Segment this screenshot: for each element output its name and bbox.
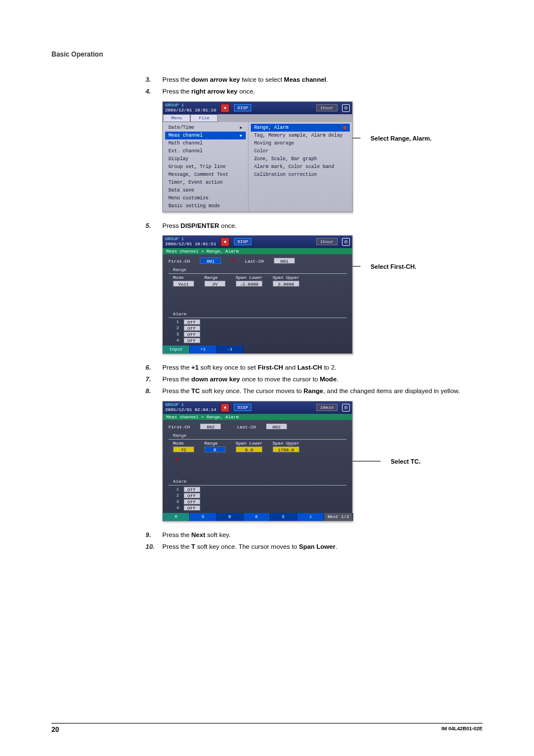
menu-item[interactable]: Message, Comment Text — [165, 171, 246, 179]
step-num: 3. — [146, 75, 156, 85]
step-num: 4. — [146, 87, 156, 96]
tab-menu[interactable]: Menu — [163, 114, 190, 122]
alarm-value[interactable]: Off — [184, 487, 200, 492]
menu-item-selected[interactable]: Meas channel — [165, 132, 246, 139]
menu-item[interactable]: Timer, Event action — [165, 179, 246, 186]
softkey[interactable]: E — [270, 513, 297, 521]
mode-label: Mode — [173, 275, 194, 280]
submenu-item[interactable]: Color — [251, 147, 350, 155]
menu-item[interactable]: Ext. channel — [165, 147, 246, 155]
softkey[interactable]: R — [163, 513, 190, 521]
range-value[interactable]: 2V — [204, 281, 226, 287]
menu-item[interactable]: Basic setting mode — [165, 202, 246, 210]
menu-item[interactable]: Menu customize — [165, 194, 246, 202]
span-lower-label: Span Lower — [236, 275, 263, 280]
status-dot-icon — [343, 126, 346, 129]
disp-badge: DISP — [234, 404, 251, 411]
menu-item[interactable]: Math channel — [165, 139, 246, 147]
record-icon: ● — [221, 104, 229, 113]
menu-item[interactable]: Date/Time — [165, 124, 246, 132]
step-10: 10. Press the T soft key once. The curso… — [146, 542, 483, 552]
alarm-value[interactable]: Off — [184, 325, 200, 331]
alarm-value[interactable]: Off — [184, 493, 200, 498]
range-label: Range — [204, 275, 226, 280]
camera-icon: ◎ — [342, 404, 350, 412]
last-ch-value[interactable]: 001 — [274, 258, 295, 264]
device-screenshot-1: GROUP 12008/12/01 10:01:18 ● DISP 1hour … — [162, 101, 353, 212]
section-header: Basic Operation — [51, 50, 483, 58]
softkey[interactable]: J — [297, 513, 324, 521]
softkey[interactable]: S — [190, 513, 217, 521]
submenu-item[interactable]: Moving average — [251, 139, 350, 147]
softkeys: Input +1 -1 — [163, 346, 352, 353]
first-ch-value[interactable]: 002 — [200, 423, 221, 430]
record-icon: ● — [221, 237, 229, 246]
mode-value[interactable]: Volt — [173, 281, 194, 287]
alarm-fieldset-label: Alarm — [173, 311, 346, 316]
alarm-rows: 1Off 2Off 3Off 4Off — [176, 487, 346, 511]
disp-badge: DISP — [234, 238, 251, 245]
step-7: 7. Press the down arrow key once to move… — [146, 375, 483, 384]
softkey[interactable]: K — [243, 513, 270, 521]
softkey-minus1[interactable]: -1 — [217, 346, 243, 353]
duration-badge: 1hour — [316, 104, 338, 111]
submenu-item[interactable]: Calibration correction — [251, 171, 350, 179]
last-ch-value[interactable]: 002 — [266, 423, 287, 430]
submenu-item[interactable]: Zone, Scale, Bar graph — [251, 155, 350, 163]
device-header: GROUP 12008/12/01 10:01:51 ● DISP 1hour … — [163, 236, 352, 248]
step-text: Press the down arrow key twice to select… — [162, 75, 483, 85]
submenu-item-selected[interactable]: Range, Alarm — [251, 124, 350, 132]
span-upper-label: Span Upper — [273, 441, 299, 446]
range-value[interactable]: R — [204, 446, 226, 452]
page-footer: 20 IM 04L42B01-02E — [51, 723, 483, 734]
step-3: 3. Press the down arrow key twice to sel… — [146, 75, 483, 85]
softkey-plus1[interactable]: +1 — [190, 346, 217, 353]
span-lower-label: Span Lower — [236, 441, 263, 446]
pointer-icon: ▲ — [175, 456, 179, 462]
page-number: 20 — [51, 726, 59, 734]
span-upper-value[interactable]: 1760.0 — [273, 446, 299, 452]
main-menu: Date/Time Meas channel Math channel Ext.… — [163, 122, 248, 212]
step-num: 5. — [146, 221, 156, 231]
alarm-value[interactable]: Off — [184, 499, 200, 505]
menu-item[interactable]: Display — [165, 155, 246, 163]
submenu-item[interactable]: Tag, Memory sample, Alarm delay — [251, 132, 350, 139]
softkey[interactable]: B — [217, 513, 243, 521]
disp-badge: DISP — [234, 104, 251, 111]
device-header: GROUP 12008/12/01 10:01:18 ● DISP 1hour … — [163, 102, 352, 114]
tab-file[interactable]: File — [190, 114, 218, 122]
callout-1: Select Range, Alarm. — [371, 135, 432, 142]
device-screenshot-2: GROUP 12008/12/01 10:01:51 ● DISP 1hour … — [162, 235, 353, 354]
record-icon: ● — [221, 403, 229, 412]
first-ch-label: First-CH — [168, 259, 190, 264]
submenu: Range, Alarm Tag, Memory sample, Alarm d… — [248, 122, 352, 212]
callout-3: Select TC. — [391, 458, 420, 465]
menu-item[interactable]: Group set, Trip line — [165, 163, 246, 171]
alarm-value[interactable]: Off — [184, 332, 200, 337]
duration-badge: 10min — [316, 404, 338, 411]
range-fieldset-label: Range — [173, 433, 346, 438]
alarm-value[interactable]: Off — [184, 319, 200, 325]
alarm-fieldset-label: Alarm — [173, 479, 346, 484]
step-5: 5. Press DISP/ENTER once. — [146, 221, 483, 231]
step-6: 6. Press the +1 soft key once to set Fir… — [146, 363, 483, 372]
alarm-value[interactable]: Off — [184, 505, 200, 511]
range-fieldset-label: Range — [173, 267, 346, 272]
span-upper-label: Span Upper — [273, 275, 299, 280]
softkey-next[interactable]: Next 1/2 — [324, 513, 353, 521]
span-upper-value[interactable]: 2.0000 — [273, 281, 299, 287]
menu-item[interactable]: Data save — [165, 186, 246, 194]
submenu-item[interactable]: Alarm mark, Color scale band — [251, 163, 350, 171]
softkey-input[interactable]: Input — [163, 346, 190, 353]
device-screenshot-3: GROUP 12005/12/01 02:04:14 ● DISP 10min … — [162, 401, 353, 521]
span-lower-value[interactable]: -2.0000 — [236, 281, 263, 287]
alarm-value[interactable]: Off — [184, 338, 200, 343]
last-ch-label: Last-CH — [237, 424, 256, 430]
softkeys: R S B K E J Next 1/2 — [163, 513, 352, 521]
step-9: 9. Press the Next soft key. — [146, 530, 483, 540]
duration-badge: 1hour — [316, 238, 338, 245]
span-lower-value[interactable]: 0.0 — [236, 446, 263, 452]
first-ch-value[interactable]: 001 — [200, 258, 221, 264]
mode-value[interactable]: TC — [173, 446, 194, 452]
breadcrumb: Meas channel > Range, Alarm — [163, 414, 352, 420]
